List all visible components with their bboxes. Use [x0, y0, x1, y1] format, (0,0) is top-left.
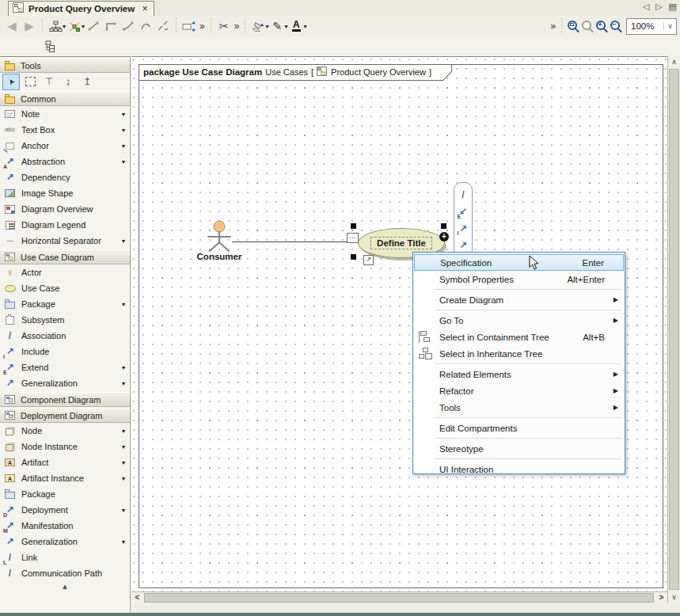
path-oblique-button[interactable] — [120, 17, 137, 35]
palette-item-generalization[interactable]: ↗Generalization▾ — [0, 534, 130, 549]
scroll-tabs-left-icon[interactable]: ◁ — [643, 2, 649, 12]
palette-item-artifact-instance[interactable]: AArtifact Instance▾ — [0, 470, 130, 486]
palette-item-anchor[interactable]: Anchor▾ — [0, 138, 130, 154]
path-mixed-button[interactable] — [154, 17, 172, 35]
back-button[interactable]: ◀ — [3, 17, 21, 35]
palette-item-dropdown-icon[interactable]: ▾ — [122, 475, 125, 482]
menu-item-select-in-inheritance-tree[interactable]: Select in Inheritance Tree — [414, 345, 624, 362]
compartment-ellipsis-button[interactable]: … — [347, 233, 359, 243]
menu-item-related-elements[interactable]: Related Elements▶ — [414, 366, 624, 382]
palette-item-dropdown-icon[interactable]: ▾ — [122, 380, 125, 387]
palette-section-deployment-diagram[interactable]: Deployment Diagram — [0, 408, 130, 423]
menu-item-refactor[interactable]: Refactor▶ — [414, 382, 624, 399]
menu-item-create-diagram[interactable]: Create Diagram▶ — [414, 291, 624, 308]
palette-item-manifestation[interactable]: ↗MManifestation — [0, 518, 130, 534]
palette-section-common[interactable]: Common — [0, 91, 130, 106]
hyperlink-badge[interactable]: ↗ — [363, 255, 374, 265]
path-rectilinear-button[interactable] — [102, 17, 120, 35]
palette-item-actor[interactable]: ♀Actor — [0, 264, 130, 280]
palette-item-dropdown-icon[interactable]: ▾ — [122, 143, 125, 150]
vertical-compress-tool[interactable]: ↥ — [78, 74, 96, 90]
palette-item-include[interactable]: ↗IInclude — [0, 344, 130, 359]
palette-collapse-button[interactable]: ▲ — [0, 582, 130, 591]
include-handle[interactable]: ↗I — [458, 222, 469, 234]
forward-button[interactable]: ▶ — [21, 17, 38, 35]
path-curved-button[interactable] — [137, 17, 154, 35]
selection-handle[interactable] — [351, 223, 356, 229]
quick-layout-button[interactable] — [66, 17, 83, 35]
group-overflow-icon[interactable]: » — [234, 21, 240, 32]
palette-item-package[interactable]: Package▾ — [0, 296, 130, 312]
palette-item-dropdown-icon[interactable]: ▾ — [122, 301, 125, 308]
palette-item-node-instance[interactable]: Node Instance▾ — [0, 439, 130, 454]
tab-list-icon[interactable]: ▤ — [669, 2, 677, 12]
association-handle[interactable]: / — [458, 188, 469, 200]
palette-item-generalization[interactable]: ↗Generalization▾ — [0, 375, 130, 391]
palette-item-text-box[interactable]: abcText Box▾ — [0, 122, 130, 138]
palette-item-node[interactable]: Node▾ — [0, 423, 130, 439]
marquee-selection-tool[interactable] — [21, 74, 39, 90]
scroll-up-icon[interactable]: ∧ — [668, 56, 680, 68]
palette-item-dropdown-icon[interactable]: ▾ — [122, 507, 125, 514]
palette-item-deployment[interactable]: ↗DDeployment▾ — [0, 502, 130, 518]
scroll-right-icon[interactable]: > — [655, 592, 667, 604]
palette-item-dropdown-icon[interactable]: ▾ — [122, 364, 125, 371]
palette-item-abstraction[interactable]: ↗AAbstraction▾ — [0, 154, 130, 169]
menu-item-select-in-containment-tree[interactable]: Select in Containment TreeAlt+B — [414, 329, 624, 345]
layout-tree-button[interactable] — [47, 17, 64, 35]
palette-item-link[interactable]: /LLink — [0, 549, 130, 565]
tab-close-icon[interactable]: × — [142, 5, 148, 13]
cut-button[interactable]: ✂ — [215, 17, 233, 35]
generalization-handle[interactable]: ↗ — [458, 240, 469, 252]
fill-color-button[interactable] — [249, 17, 267, 35]
zoom-out-button[interactable]: − — [609, 19, 623, 33]
add-related-element-badge[interactable]: + — [439, 232, 449, 241]
palette-item-use-case[interactable]: Use Case — [0, 280, 130, 296]
actor-label[interactable]: Consumer — [179, 252, 260, 261]
palette-item-package[interactable]: Package — [0, 486, 130, 502]
palette-item-artifact[interactable]: AArtifact▾ — [0, 454, 130, 470]
group-overflow-icon[interactable]: » — [199, 21, 205, 32]
palette-item-dropdown-icon[interactable]: ▾ — [122, 238, 125, 245]
line-color-button[interactable]: ✎ — [268, 17, 286, 35]
scroll-left-icon[interactable]: < — [131, 592, 143, 604]
stamp-tool[interactable]: ⊤ — [40, 74, 58, 90]
palette-item-diagram-legend[interactable]: Diagram Legend — [0, 217, 130, 233]
menu-item-specification[interactable]: SpecificationEnter — [414, 254, 624, 271]
diagram-canvas[interactable]: package Use Case Diagram Use Cases [ Pro… — [131, 56, 667, 591]
font-color-button[interactable]: A — [287, 17, 305, 35]
horizontal-scrollbar-thumb[interactable] — [144, 593, 654, 603]
vertical-distribute-tool[interactable]: ↨ — [59, 74, 77, 90]
scroll-down-icon[interactable]: ∨ — [668, 591, 680, 603]
scroll-tabs-right-icon[interactable]: ▷ — [655, 2, 662, 12]
menu-item-tools[interactable]: Tools▶ — [414, 399, 624, 416]
palette-item-extend[interactable]: ↗EExtend▾ — [0, 359, 130, 375]
zoom-in-button[interactable]: + — [595, 19, 609, 33]
palette-item-image-shape[interactable]: Image Shape — [0, 185, 130, 201]
horizontal-scrollbar[interactable]: < > — [131, 591, 667, 604]
zoom-level-combo[interactable]: 100% ∨ — [626, 18, 677, 35]
palette-section-tools[interactable]: Tools — [0, 58, 130, 73]
palette-item-dependency[interactable]: ↗Dependency — [0, 169, 130, 185]
palette-item-dropdown-icon[interactable]: ▾ — [122, 538, 125, 546]
vertical-scrollbar[interactable]: ∧ ∨ — [667, 56, 680, 603]
palette-item-dropdown-icon[interactable]: ▾ — [122, 111, 125, 118]
zoom-combo-arrow-icon[interactable]: ∨ — [663, 22, 676, 30]
toolbar-overflow-icon[interactable]: » — [550, 21, 556, 32]
palette-section-use-case-diagram[interactable]: Use Case Diagram — [0, 249, 130, 264]
palette-item-dropdown-icon[interactable]: ▾ — [122, 459, 125, 466]
select-in-containment-tree-button[interactable] — [41, 38, 59, 55]
diagram-tab[interactable]: Product Query Overview × — [8, 1, 154, 16]
actor-consumer-shape[interactable] — [203, 218, 236, 253]
palette-item-note[interactable]: Note▾ — [0, 106, 130, 122]
vertical-scrollbar-thumb[interactable] — [669, 69, 679, 590]
extend-handle[interactable]: ↙E — [458, 206, 469, 218]
usecase-label[interactable]: Define Title — [370, 237, 432, 249]
palette-item-dropdown-icon[interactable]: ▾ — [122, 127, 125, 134]
path-straight-button[interactable] — [85, 17, 102, 35]
menu-item-go-to[interactable]: Go To▶ — [414, 312, 624, 329]
palette-item-dropdown-icon[interactable]: ▾ — [122, 428, 125, 435]
palette-item-association[interactable]: /Association — [0, 328, 130, 344]
palette-item-diagram-overview[interactable]: Diagram Overview — [0, 201, 130, 217]
palette-section-component-diagram[interactable]: Component Diagram — [0, 392, 130, 407]
